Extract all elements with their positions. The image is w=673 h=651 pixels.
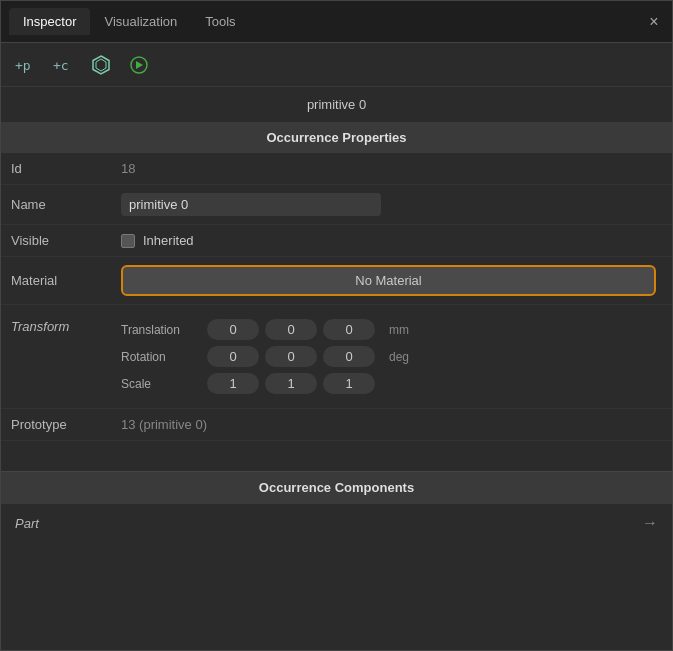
visible-value: Inherited bbox=[143, 233, 194, 248]
scale-z-input[interactable] bbox=[323, 373, 375, 394]
scale-x-input[interactable] bbox=[207, 373, 259, 394]
translation-label: Translation bbox=[121, 323, 201, 337]
visible-cell: Inherited bbox=[111, 225, 672, 257]
content-area: primitive 0 Occurrence Properties Id 18 … bbox=[1, 87, 672, 650]
rotation-unit: deg bbox=[381, 350, 409, 364]
translation-y-input[interactable] bbox=[265, 319, 317, 340]
inspector-window: Inspector Visualization Tools × +p +c bbox=[0, 0, 673, 651]
name-label: Name bbox=[1, 185, 111, 225]
add-curve-icon[interactable]: +c bbox=[49, 51, 77, 79]
transform-row: Transform Translation mm bbox=[1, 305, 672, 409]
material-button[interactable]: No Material bbox=[121, 265, 656, 296]
primitive-title: primitive 0 bbox=[1, 87, 672, 122]
material-row: Material No Material bbox=[1, 257, 672, 305]
hex-mesh-icon[interactable] bbox=[87, 51, 115, 79]
translation-unit: mm bbox=[381, 323, 409, 337]
scale-y-input[interactable] bbox=[265, 373, 317, 394]
properties-table: Id 18 Name Visible Inherited bbox=[1, 153, 672, 441]
part-row[interactable]: Part → bbox=[1, 503, 672, 542]
translation-fields: Translation mm bbox=[121, 319, 662, 340]
transform-cell: Translation mm Rotation bbox=[111, 305, 672, 409]
name-input[interactable] bbox=[121, 193, 381, 216]
svg-text:+p: +p bbox=[15, 58, 31, 73]
prototype-label: Prototype bbox=[1, 409, 111, 441]
id-label: Id bbox=[1, 153, 111, 185]
material-cell: No Material bbox=[111, 257, 672, 305]
tab-inspector[interactable]: Inspector bbox=[9, 8, 90, 35]
navigate-icon[interactable] bbox=[125, 51, 153, 79]
rotation-y-input[interactable] bbox=[265, 346, 317, 367]
close-button[interactable]: × bbox=[644, 12, 664, 32]
occurrence-properties-header: Occurrence Properties bbox=[1, 122, 672, 153]
translation-x-input[interactable] bbox=[207, 319, 259, 340]
name-row: Name bbox=[1, 185, 672, 225]
part-label: Part bbox=[15, 516, 39, 531]
rotation-x-input[interactable] bbox=[207, 346, 259, 367]
id-value: 18 bbox=[111, 153, 672, 185]
rotation-label: Rotation bbox=[121, 350, 201, 364]
spacer bbox=[1, 441, 672, 471]
svg-marker-3 bbox=[96, 59, 106, 71]
scale-label: Scale bbox=[121, 377, 201, 391]
svg-text:+c: +c bbox=[53, 58, 69, 73]
prototype-value: 13 (primitive 0) bbox=[111, 409, 672, 441]
tab-tools[interactable]: Tools bbox=[191, 8, 249, 35]
svg-marker-5 bbox=[136, 61, 143, 69]
toolbar: +p +c bbox=[1, 43, 672, 87]
visible-label: Visible bbox=[1, 225, 111, 257]
prototype-row: Prototype 13 (primitive 0) bbox=[1, 409, 672, 441]
tab-visualization[interactable]: Visualization bbox=[90, 8, 191, 35]
rotation-z-input[interactable] bbox=[323, 346, 375, 367]
scale-fields: Scale bbox=[121, 373, 662, 394]
id-row: Id 18 bbox=[1, 153, 672, 185]
occurrence-components-header: Occurrence Components bbox=[1, 471, 672, 503]
arrow-right-icon: → bbox=[642, 514, 658, 532]
add-point-icon[interactable]: +p bbox=[11, 51, 39, 79]
name-cell bbox=[111, 185, 672, 225]
translation-z-input[interactable] bbox=[323, 319, 375, 340]
rotation-fields: Rotation deg bbox=[121, 346, 662, 367]
title-bar: Inspector Visualization Tools × bbox=[1, 1, 672, 43]
material-label: Material bbox=[1, 257, 111, 305]
transform-label: Transform bbox=[1, 305, 111, 409]
visible-checkbox[interactable] bbox=[121, 234, 135, 248]
visible-row: Visible Inherited bbox=[1, 225, 672, 257]
